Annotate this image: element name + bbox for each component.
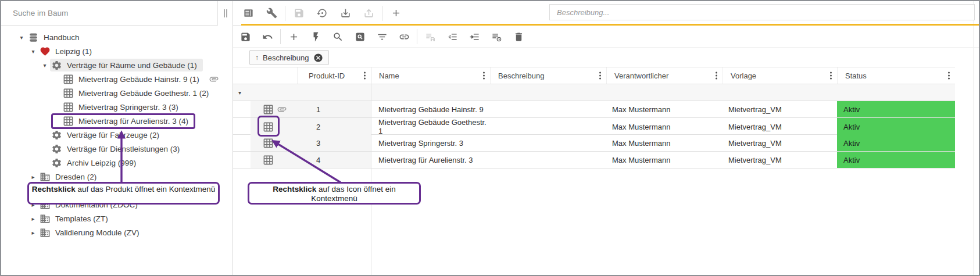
tree-item-label: Leipzig (1): [55, 47, 92, 56]
column-header-name[interactable]: Name: [371, 67, 490, 84]
header-icon-column: [251, 67, 297, 84]
tree-expander-icon[interactable]: ▾: [28, 48, 38, 55]
tree-expander-icon[interactable]: ▾: [16, 34, 27, 41]
column-menu-icon[interactable]: [948, 71, 950, 79]
group-row-cell: [490, 84, 606, 101]
gear-icon: [51, 130, 62, 141]
tree-sidebar: ▾Handbuch▾Leipzig (1)▾Verträge für Räume…: [1, 1, 233, 275]
tree-item-label: Mietvertrag Gebäude Goethestr. 1 (2): [78, 89, 209, 98]
column-header-status[interactable]: Status: [837, 67, 955, 84]
grid-icon[interactable]: [263, 104, 274, 115]
grid-icon: [63, 102, 74, 113]
grid-icon: [63, 74, 74, 85]
cell-verantwortlicher: Max Mustermann: [606, 118, 723, 135]
group-row-cell: [837, 84, 955, 101]
tree-item-7[interactable]: Verträge für Fahrzeuge (2): [1, 128, 231, 142]
column-label: Vorlage: [731, 71, 756, 80]
tree-item-content: Mietvertrag Springerstr. 3 (3): [62, 101, 184, 113]
row-expander-cell: [233, 118, 251, 135]
tree-item-0[interactable]: ▾Handbuch: [1, 30, 231, 44]
cell-vorlage: Mietvertrag_VM: [723, 101, 837, 117]
attachment-icon: [209, 74, 219, 84]
list-indent-icon[interactable]: [463, 26, 485, 47]
column-menu-icon[interactable]: [716, 71, 717, 79]
link-icon[interactable]: [393, 26, 415, 47]
tree-item-9[interactable]: Archiv Leipzig (999): [1, 156, 231, 170]
group-collapse-expander[interactable]: ▾: [233, 84, 251, 101]
table-body: 1Mietvertrag Gebäude Hainstr. 9Max Muste…: [233, 101, 955, 169]
delete-icon[interactable]: [507, 26, 530, 47]
column-label: Name: [379, 71, 399, 80]
callout-bold-text: Rechtsklick: [273, 185, 316, 193]
search-box-icon[interactable]: [349, 26, 371, 47]
sort-chip-beschreibung[interactable]: ↑ Beschreibung: [249, 50, 329, 65]
cell-name: Mietvertrag Springerstr. 3: [371, 135, 490, 151]
tree-item-label: Archiv Leipzig (999): [67, 159, 136, 167]
column-menu-icon[interactable]: [599, 71, 601, 79]
add-row-icon[interactable]: [282, 26, 305, 47]
tree-item-4[interactable]: Mietvertrag Gebäude Goethestr. 1 (2): [1, 86, 231, 100]
cell-produkt-id: 4: [297, 152, 371, 168]
list-save-icon: [419, 26, 441, 47]
splitter-handle-icon: [224, 9, 227, 17]
tree-expander-icon[interactable]: ▸: [28, 174, 38, 180]
column-header-beschreibung[interactable]: Beschreibung: [490, 67, 606, 84]
tree-expander-icon[interactable]: ▸: [28, 230, 38, 236]
tree-item-5[interactable]: Mietvertrag Springerstr. 3 (3): [1, 100, 231, 114]
save-icon[interactable]: [234, 26, 256, 47]
sort-ascending-icon: ↑: [255, 53, 259, 62]
table-row-1[interactable]: 1Mietvertrag Gebäude Hainstr. 9Max Muste…: [233, 101, 955, 118]
cancel-icon[interactable]: [313, 53, 323, 63]
callout-text: auf das Icon öffnet ein Kontextmenü: [311, 185, 395, 203]
grid-icon: [63, 116, 74, 127]
table-row-4[interactable]: 4Mietvertrag für Aurelienstr. 3Max Muste…: [233, 152, 955, 169]
tree-item-label: Verträge für Fahrzeuge (2): [67, 131, 159, 139]
tree-item-2[interactable]: ▾Verträge für Räume und Gebäude (1): [1, 58, 231, 72]
column-menu-icon[interactable]: [483, 71, 485, 79]
tree-item-3[interactable]: Mietvertrag Gebäude Hainstr. 9 (1): [1, 72, 231, 86]
tree-item-content: Archiv Leipzig (999): [50, 156, 142, 169]
tree-item-label: Verträge für Räume und Gebäude (1): [67, 61, 197, 70]
status-badge: Aktiv: [837, 118, 955, 135]
row-expander-cell: [233, 152, 251, 168]
flash-icon[interactable]: [305, 26, 327, 47]
main-panel: ProductLine ↑ Beschreibung Produkt-IDNam…: [233, 1, 979, 275]
tree-item-1[interactable]: ▾Leipzig (1): [1, 44, 231, 58]
toolbar-divider: [417, 29, 417, 44]
grid-icon[interactable]: [263, 155, 274, 166]
list-history-icon[interactable]: [485, 26, 507, 47]
group-row-cell: [606, 84, 723, 101]
list-arrow-left-icon[interactable]: [441, 26, 463, 47]
building-icon: [40, 171, 51, 182]
tree-item-13[interactable]: ▸Templates (ZT): [1, 212, 231, 225]
undo-icon[interactable]: [256, 26, 278, 47]
cell-beschreibung: [490, 152, 606, 168]
tree-item-selected-pill: Verträge für Räume und Gebäude (1): [50, 59, 203, 71]
search-icon[interactable]: [327, 26, 349, 47]
tree-item-label: Templates (ZT): [55, 214, 108, 223]
description-filter-input[interactable]: [549, 4, 975, 20]
search-input[interactable]: [1, 1, 217, 25]
column-menu-icon[interactable]: [830, 71, 832, 79]
cell-verantwortlicher: Max Mustermann: [606, 135, 723, 151]
cell-vorlage: Mietvertrag_VM: [723, 135, 837, 151]
column-header-verantwortlicher[interactable]: Verantwortlicher: [606, 67, 723, 84]
filter-icon[interactable]: [371, 26, 393, 47]
app-window: ▾Handbuch▾Leipzig (1)▾Verträge für Räume…: [0, 0, 980, 276]
table-row-3[interactable]: 3Mietvertrag Springerstr. 3Max Musterman…: [233, 135, 955, 152]
table-row-2[interactable]: 2Mietvertrag Gebäude Goethestr. 1Max Mus…: [233, 118, 955, 135]
tree-item-label: Mietvertrag Gebäude Hainstr. 9 (1): [78, 75, 199, 84]
tree-expander-icon[interactable]: ▸: [28, 216, 38, 222]
grid-icon[interactable]: [263, 138, 274, 149]
group-row-cell: [723, 84, 837, 101]
grid-icon[interactable]: [263, 121, 274, 132]
column-header-produkt-id[interactable]: Produkt-ID: [297, 67, 371, 84]
tree-item-14[interactable]: ▸Validierung Module (ZV): [1, 225, 231, 239]
tree-item-6[interactable]: Mietvertrag für Aurelienstr. 3 (4): [1, 114, 231, 128]
column-menu-icon[interactable]: [364, 71, 366, 79]
row-icon-cell: [251, 118, 297, 135]
sidebar-splitter[interactable]: [218, 1, 233, 26]
tree-expander-icon[interactable]: ▾: [40, 62, 50, 69]
tree-item-8[interactable]: Verträge für Dienstleistungen (3): [1, 142, 231, 156]
column-header-vorlage[interactable]: Vorlage: [723, 67, 837, 84]
